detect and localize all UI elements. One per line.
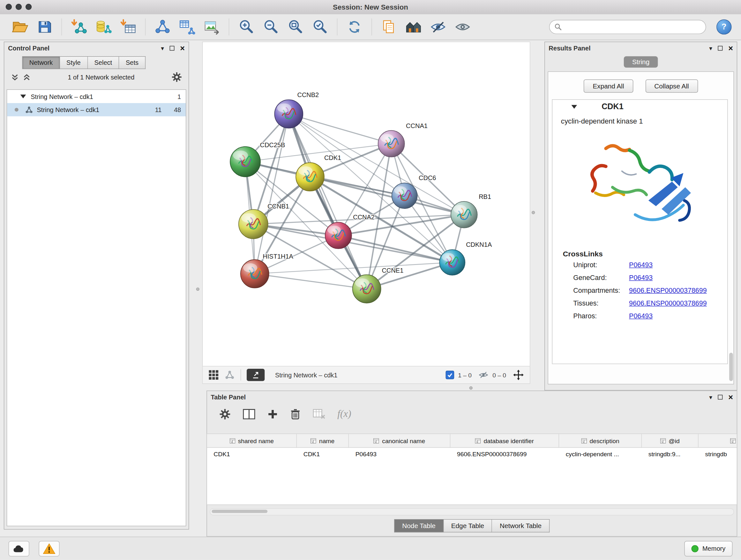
panel-float-button[interactable]: ▾	[161, 45, 164, 51]
network-edge-CCNB2-CCNA1[interactable]	[289, 114, 391, 144]
table-cell[interactable]: stringdb:9...	[642, 450, 698, 457]
collapse-all-button[interactable]: Collapse All	[645, 79, 698, 92]
help-button[interactable]: ?	[717, 19, 731, 35]
network-node-CCNB2[interactable]: CCNB2	[274, 91, 319, 128]
network-node-RB1[interactable]: RB1	[451, 193, 491, 228]
crosslink-link[interactable]: 9606.ENSP00000378699	[629, 299, 707, 307]
network-node-CDK1[interactable]: CDK1	[296, 154, 341, 191]
column-header-name[interactable]: name	[297, 434, 349, 447]
table-cell[interactable]: cyclin-dependent ...	[559, 450, 642, 457]
tab-node-table[interactable]: Node Table	[394, 519, 444, 532]
search-input[interactable]	[565, 23, 701, 31]
network-edge-CCNB2-CCNE1[interactable]	[289, 114, 367, 289]
network-edge-CCNE1-HIST1H1A[interactable]	[255, 273, 367, 289]
network-edge-CCNB2-HIST1H1A[interactable]	[255, 114, 289, 274]
network-node-CCNA1[interactable]: CCNA1	[378, 122, 428, 157]
open-session-button[interactable]	[10, 17, 30, 37]
column-header-namespace[interactable]: namespace	[698, 434, 737, 447]
network-canvas[interactable]: CCNB2CCNA1CDC25BCDK1CDC6RB1CCNB1CCNA2CDK…	[203, 42, 530, 367]
detach-view-button[interactable]	[247, 369, 265, 381]
network-node-CDKN1A[interactable]: CDKN1A	[440, 241, 492, 275]
hide-graphics-details-button[interactable]	[428, 17, 448, 37]
network-collection-row[interactable]: String Network – cdk1 1	[7, 90, 186, 103]
panel-close-button[interactable]: ×	[180, 44, 185, 52]
horizontal-splitter-handle[interactable]	[469, 386, 473, 389]
search-box[interactable]	[549, 20, 706, 34]
save-session-button[interactable]	[34, 17, 55, 37]
network-node-CCNE1[interactable]: CCNE1	[353, 267, 404, 303]
network-overview-icon[interactable]	[224, 370, 235, 380]
network-edge-CCNA2-CDKN1A[interactable]	[338, 235, 452, 262]
tab-select[interactable]: Select	[88, 56, 119, 69]
panel-maximize-button[interactable]	[718, 395, 723, 400]
panel-close-button[interactable]: ×	[728, 393, 733, 401]
scrollbar-thumb[interactable]	[212, 509, 267, 513]
panel-maximize-button[interactable]	[718, 46, 723, 51]
column-header-description[interactable]: description	[559, 434, 642, 447]
panel-maximize-button[interactable]	[170, 46, 175, 51]
network-edge-CDK1-RB1[interactable]	[310, 177, 464, 214]
table-row[interactable]: CDK1CDK1P064939606.ENSP00000378699cyclin…	[207, 448, 737, 460]
right-splitter-handle[interactable]	[532, 211, 535, 214]
network-node-CCNB1[interactable]: CCNB1	[239, 203, 289, 239]
column-header-shared-name[interactable]: shared name	[207, 434, 297, 447]
table-settings-gear-icon[interactable]	[219, 408, 231, 420]
grid-view-icon[interactable]	[208, 370, 219, 380]
collapse-all-icon[interactable]	[11, 73, 19, 81]
expand-all-button[interactable]: Expand All	[584, 79, 633, 92]
crosslink-link[interactable]: 9606.ENSP00000378699	[629, 287, 707, 294]
table-cell[interactable]: 9606.ENSP00000378699	[450, 450, 559, 457]
zoom-in-button[interactable]	[236, 17, 257, 37]
warnings-button[interactable]	[39, 541, 59, 556]
tab-string[interactable]: String	[623, 56, 658, 68]
show-graphics-details-button[interactable]	[452, 17, 473, 37]
zoom-out-button[interactable]	[260, 17, 281, 37]
crosslink-link[interactable]: P06493	[629, 273, 653, 281]
table-cell[interactable]: CDK1	[207, 450, 297, 457]
export-image-button[interactable]	[201, 17, 222, 37]
tab-network[interactable]: Network	[22, 56, 60, 69]
results-scrollbar[interactable]	[729, 353, 733, 381]
cloud-button[interactable]	[9, 541, 29, 556]
left-splitter-handle[interactable]	[196, 287, 199, 291]
table-cell[interactable]: stringdb	[698, 450, 737, 457]
refresh-view-button[interactable]	[344, 17, 365, 37]
table-horizontal-scrollbar[interactable]	[210, 508, 734, 515]
column-header-canonical-name[interactable]: canonical name	[349, 434, 450, 447]
zoom-fit-button[interactable]	[285, 17, 306, 37]
panel-close-button[interactable]: ×	[728, 44, 733, 52]
gear-icon[interactable]	[172, 72, 182, 82]
network-node-HIST1H1A[interactable]: HIST1H1A	[241, 253, 293, 288]
tab-sets[interactable]: Sets	[119, 56, 145, 69]
tab-network-table[interactable]: Network Table	[492, 519, 549, 532]
pan-move-icon[interactable]	[513, 369, 524, 381]
add-column-icon[interactable]	[267, 409, 278, 419]
panel-float-button[interactable]: ▾	[709, 45, 712, 51]
delete-column-trash-icon[interactable]	[290, 408, 300, 420]
crosslink-link[interactable]: P06493	[629, 261, 653, 268]
tab-style[interactable]: Style	[60, 56, 87, 69]
import-table-button[interactable]	[118, 17, 138, 37]
tab-edge-table[interactable]: Edge Table	[444, 519, 492, 532]
zoom-selected-button[interactable]	[310, 17, 330, 37]
copy-document-button[interactable]	[379, 17, 399, 37]
table-cell[interactable]: P06493	[349, 450, 450, 457]
toolbar-separator	[229, 18, 229, 36]
network-row[interactable]: String Network – cdk1 11 48	[7, 103, 186, 116]
show-columns-icon[interactable]	[243, 409, 255, 419]
column-header--id[interactable]: @id	[642, 434, 698, 447]
import-network-from-file-button[interactable]	[69, 17, 89, 37]
selected-checkbox[interactable]	[446, 371, 455, 379]
crosslink-link[interactable]: P06493	[629, 312, 653, 320]
import-network-from-database-button[interactable]	[93, 17, 114, 37]
table-cell[interactable]: CDK1	[297, 450, 349, 457]
column-header-database-identifier[interactable]: database identifier	[450, 434, 559, 447]
browser-home-button[interactable]	[403, 17, 424, 37]
new-network-button[interactable]	[152, 17, 173, 37]
new-network-from-table-button[interactable]	[177, 17, 198, 37]
collapse-section-icon[interactable]	[571, 105, 577, 109]
expand-all-icon[interactable]	[23, 73, 30, 81]
memory-button[interactable]: Memory	[684, 541, 733, 556]
expander-icon[interactable]	[20, 95, 26, 98]
panel-float-button[interactable]: ▾	[709, 394, 712, 400]
